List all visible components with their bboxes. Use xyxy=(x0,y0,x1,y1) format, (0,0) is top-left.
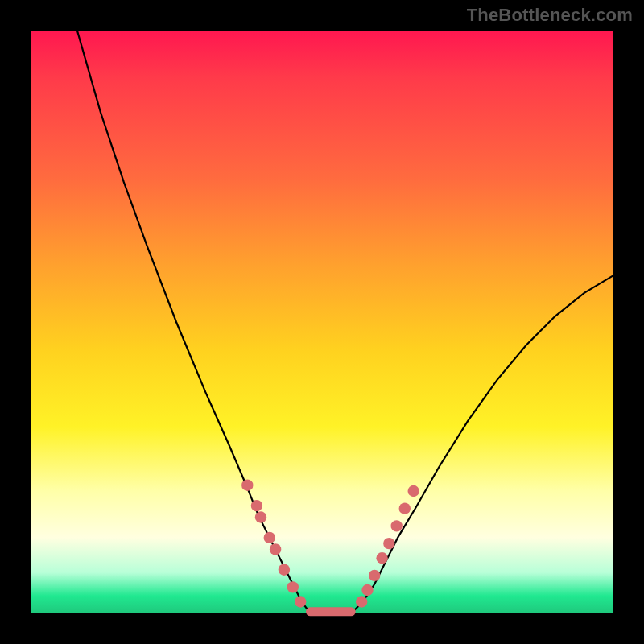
marker-dot xyxy=(383,538,394,549)
curve-svg xyxy=(31,31,613,613)
marker-dot xyxy=(242,480,253,491)
right-marker-cluster xyxy=(356,485,419,608)
chart-container: TheBottleneck.com xyxy=(0,0,644,644)
marker-dot xyxy=(399,503,411,514)
plot-area xyxy=(31,31,613,613)
marker-dot xyxy=(356,596,367,607)
marker-dot xyxy=(255,511,266,522)
marker-dot xyxy=(361,584,373,596)
marker-dot xyxy=(287,581,299,592)
marker-dot xyxy=(369,570,380,581)
marker-dot xyxy=(376,552,387,564)
bottleneck-curve xyxy=(77,31,613,613)
marker-dot xyxy=(279,564,290,576)
watermark-text: TheBottleneck.com xyxy=(467,5,633,26)
marker-dot xyxy=(264,532,275,543)
marker-dot xyxy=(295,596,306,607)
marker-dot xyxy=(391,520,402,531)
marker-dot xyxy=(408,485,419,497)
marker-dot xyxy=(270,543,281,555)
marker-dot xyxy=(251,500,262,511)
